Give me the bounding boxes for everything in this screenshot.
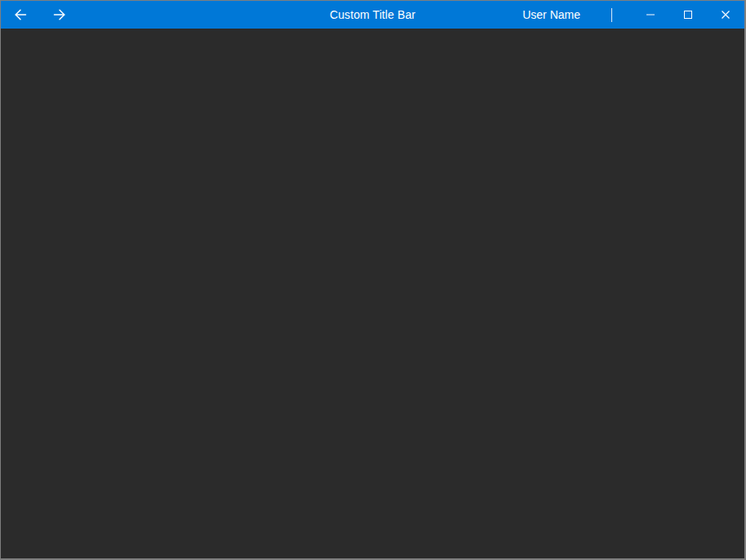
- titlebar-divider: [611, 8, 612, 22]
- close-button[interactable]: [707, 1, 744, 29]
- title-bar[interactable]: Custom Title Bar User Name: [1, 1, 744, 29]
- close-icon: [722, 11, 730, 19]
- back-button[interactable]: [1, 1, 40, 29]
- maximize-button[interactable]: [669, 1, 707, 29]
- minimize-button[interactable]: [632, 1, 669, 29]
- forward-arrow-icon: [53, 8, 66, 21]
- titlebar-right-group: User Name: [522, 1, 744, 29]
- maximize-icon: [684, 11, 692, 19]
- content-area: [1, 29, 744, 558]
- app-window: Custom Title Bar User Name: [0, 0, 746, 560]
- forward-button[interactable]: [40, 1, 79, 29]
- user-name-button[interactable]: User Name: [522, 8, 580, 21]
- minimize-icon: [646, 11, 655, 19]
- back-arrow-icon: [14, 8, 27, 21]
